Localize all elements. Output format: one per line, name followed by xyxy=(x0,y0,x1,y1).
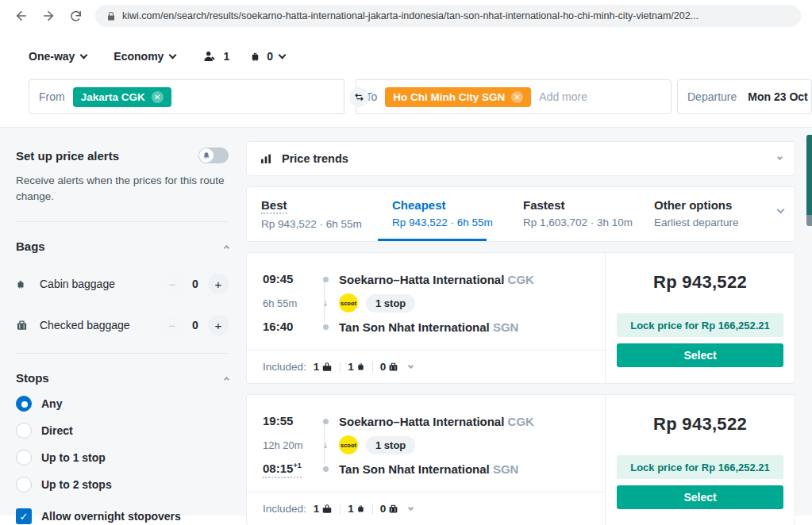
stops-option-any[interactable]: Any xyxy=(16,396,229,412)
cabin-bag-icon xyxy=(16,278,32,291)
timeline-dot xyxy=(323,466,329,472)
chevron-down-icon[interactable] xyxy=(408,504,414,510)
reload-icon[interactable] xyxy=(62,2,89,29)
from-field[interactable]: From Jakarta CGK ✕ xyxy=(29,79,344,114)
arrival-time: 16:40 xyxy=(263,320,293,333)
cabin-bag-icon xyxy=(356,503,365,515)
arrow-down-icon: ↓ xyxy=(323,439,328,450)
cabin-bag-icon xyxy=(356,361,365,373)
chevron-up-icon xyxy=(224,245,229,251)
tab-fastest[interactable]: Fastest Rp 1,603,702 · 3h 10m xyxy=(509,187,640,241)
banner-fragment xyxy=(806,215,812,226)
checked-baggage-decrease-button[interactable]: − xyxy=(162,315,183,335)
price-trends-bar[interactable]: Price trends xyxy=(246,141,795,176)
departure-time: 19:55 xyxy=(263,414,293,427)
flight-card[interactable]: 09:45 Soekarno–Hatta International CGK 6… xyxy=(246,252,795,384)
flight-card[interactable]: 19:55 Soekarno–Hatta International CGK 1… xyxy=(246,394,795,525)
stops-title: Stops xyxy=(16,371,49,385)
select-button[interactable]: Select xyxy=(617,485,783,509)
passengers-bags-dropdown[interactable]: 1 0 xyxy=(202,50,285,63)
bags-section-header[interactable]: Bags xyxy=(16,240,229,253)
radio-icon xyxy=(16,450,32,466)
from-chip[interactable]: Jakarta CGK ✕ xyxy=(73,87,171,107)
trip-type-dropdown[interactable]: One-way xyxy=(29,50,87,63)
divider xyxy=(372,362,373,373)
flight-price: Rp 943,522 xyxy=(653,414,747,435)
checked-bag-icon xyxy=(388,361,398,373)
arrival-time: 08:15+1 xyxy=(263,462,302,478)
cabin-baggage-label: Cabin baggage xyxy=(40,278,162,290)
stops-section-header[interactable]: Stops xyxy=(16,371,229,385)
flight-price: Rp 943,522 xyxy=(653,272,747,293)
departure-code: CGK xyxy=(508,415,534,428)
remove-from-icon[interactable]: ✕ xyxy=(152,91,164,103)
checked-baggage-row: Checked baggage − 0 + xyxy=(16,315,229,335)
checked-bag-count: 0 xyxy=(380,361,399,373)
tab-best[interactable]: Best Rp 943,522 · 6h 55m xyxy=(247,187,378,241)
itinerary: 09:45 Soekarno–Hatta International CGK 6… xyxy=(247,253,605,350)
radio-selected-icon xyxy=(16,396,32,412)
divider xyxy=(16,221,229,222)
carrier-logo[interactable]: scoot xyxy=(339,293,358,312)
to-field[interactable]: To Ho Chi Minh City SGN ✕ Add more xyxy=(356,79,672,114)
passengers-icon xyxy=(202,50,217,63)
tab-cheapest[interactable]: Cheapest Rp 943,522 · 6h 55m xyxy=(378,187,509,241)
from-chip-label: Jakarta CGK xyxy=(81,91,145,103)
chevron-down-icon[interactable] xyxy=(777,206,785,214)
personal-item-count: 1 xyxy=(314,361,333,373)
forward-icon[interactable] xyxy=(35,2,62,29)
browser-toolbar: kiwi.com/en/search/results/soekarno-hatt… xyxy=(0,0,812,32)
bell-icon xyxy=(199,148,214,163)
cabin-baggage-row: Cabin baggage − 0 + xyxy=(16,274,229,294)
chevron-down-icon xyxy=(777,155,783,160)
remove-to-icon[interactable]: ✕ xyxy=(511,91,523,103)
timeline-dot xyxy=(323,324,329,330)
back-icon[interactable] xyxy=(8,2,35,29)
cabin-class-dropdown[interactable]: Economy xyxy=(114,50,175,63)
baggage-icon xyxy=(250,50,260,63)
flight-duration: 12h 20m xyxy=(263,439,303,451)
chevron-down-icon xyxy=(279,52,287,59)
cabin-baggage-increase-button[interactable]: + xyxy=(208,274,229,294)
right-edge-banner xyxy=(806,135,812,226)
address-bar[interactable]: kiwi.com/en/search/results/soekarno-hatt… xyxy=(95,5,801,27)
included-baggage-row[interactable]: Included: 1 1 0 xyxy=(247,492,605,525)
select-button[interactable]: Select xyxy=(617,343,783,367)
passengers-count: 1 xyxy=(223,50,229,63)
departure-field[interactable]: Departure Mon 23 Oct xyxy=(677,79,812,114)
from-label: From xyxy=(39,90,65,103)
stops-option-up-to-1-stop[interactable]: Up to 1 stop xyxy=(16,450,229,466)
bags-title: Bags xyxy=(16,240,45,253)
filters-sidebar: Set up price alerts Receive alerts when … xyxy=(16,141,232,515)
next-day-indicator: +1 xyxy=(293,462,301,469)
arrival-code: SGN xyxy=(493,462,519,476)
stops-badge[interactable]: 1 stop xyxy=(366,294,415,312)
cabin-bag-count: 1 xyxy=(348,361,365,373)
banner-fragment xyxy=(806,135,812,215)
stops-option-up-to-2-stops[interactable]: Up to 2 stops xyxy=(16,477,229,492)
allow-overnight-stopovers-checkbox[interactable]: ✓ Allow overnight stopovers xyxy=(16,508,229,524)
lock-price-button[interactable]: Lock price for Rp 166,252.21 xyxy=(617,313,783,337)
price-panel: Rp 943,522 Lock price for Rp 166,252.21 … xyxy=(606,253,795,383)
divider xyxy=(340,362,341,373)
arrival-code: SGN xyxy=(493,320,519,334)
to-chip[interactable]: Ho Chi Minh City SGN ✕ xyxy=(385,87,531,107)
carrier-logo[interactable]: scoot xyxy=(339,435,358,454)
included-baggage-row[interactable]: Included: 1 1 0 xyxy=(247,350,605,383)
cabin-baggage-decrease-button[interactable]: − xyxy=(162,274,183,294)
checked-baggage-increase-button[interactable]: + xyxy=(208,315,229,335)
chevron-down-icon[interactable] xyxy=(408,362,414,368)
sort-tabs: Best Rp 943,522 · 6h 55m Cheapest Rp 943… xyxy=(246,186,795,242)
tab-other-options[interactable]: Other options Earliest departure xyxy=(640,187,771,241)
stops-badge[interactable]: 1 stop xyxy=(366,436,415,454)
price-alerts-description: Receive alerts when the prices for this … xyxy=(16,173,229,204)
swap-places-button[interactable] xyxy=(349,87,369,107)
arrival-airport: Tan Son Nhat International SGN xyxy=(339,320,518,334)
lock-price-button[interactable]: Lock price for Rp 166,252.21 xyxy=(617,455,783,479)
checked-bag-icon xyxy=(16,319,32,331)
stops-option-direct[interactable]: Direct xyxy=(16,423,229,439)
checked-baggage-value: 0 xyxy=(190,319,200,331)
search-controls: One-way Economy 1 0 xyxy=(29,46,812,67)
add-more-placeholder[interactable]: Add more xyxy=(539,90,587,103)
price-alerts-toggle[interactable] xyxy=(198,148,229,163)
